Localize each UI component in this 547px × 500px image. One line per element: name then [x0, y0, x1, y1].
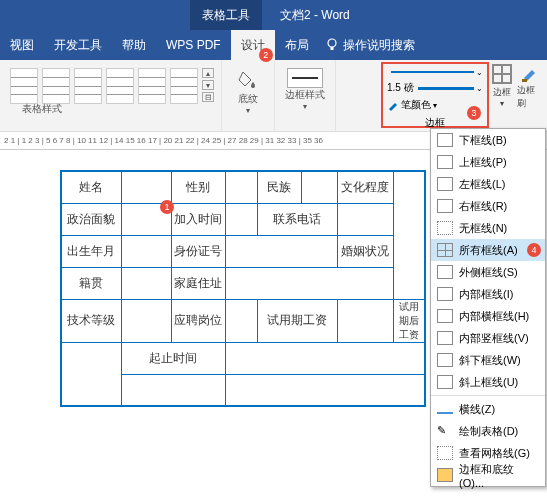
table-row: 出生年月 身份证号 婚姻状况 — [61, 235, 425, 267]
cell[interactable] — [337, 299, 393, 342]
menu-right-border[interactable]: 右框线(R) — [431, 195, 545, 217]
menu-diag-up[interactable]: 斜上框线(U) — [431, 371, 545, 393]
tab-design[interactable]: 设计 2 — [231, 30, 275, 60]
pen-color-button[interactable]: 笔颜色 ▾ 3 — [383, 96, 487, 114]
cell[interactable]: 家庭住址 — [171, 267, 225, 299]
border-styles-button[interactable]: 边框样式 ▾ — [281, 64, 329, 111]
line-style-selector[interactable]: ⌄ — [383, 64, 487, 80]
menu-no-border[interactable]: 无框线(N) — [431, 217, 545, 239]
cell[interactable] — [301, 171, 337, 203]
style-option[interactable] — [10, 68, 38, 104]
border-bottom-icon — [437, 133, 453, 147]
border-painter-button[interactable]: 边框刷 — [517, 64, 543, 110]
menu-bottom-border[interactable]: 下框线(B) — [431, 129, 545, 151]
style-option[interactable] — [138, 68, 166, 104]
style-option[interactable] — [42, 68, 70, 104]
cell[interactable] — [121, 267, 171, 299]
cell[interactable] — [61, 342, 121, 406]
table-row: 技术等级 应聘岗位 试用期工资 试用期后工资 — [61, 299, 425, 342]
menu-inside-borders[interactable]: 内部框线(I) — [431, 283, 545, 305]
cell[interactable] — [121, 299, 171, 342]
table-row: 政治面貌 加入时间 联系电话 — [61, 203, 425, 235]
ribbon-tabs: 视图 开发工具 帮助 WPS PDF 设计 2 布局 操作说明搜索 — [0, 30, 547, 60]
cell[interactable] — [225, 235, 337, 267]
cell[interactable] — [225, 299, 257, 342]
cell[interactable]: 应聘岗位 — [171, 299, 225, 342]
cell[interactable]: 性别 — [171, 171, 225, 203]
menu-outside-borders[interactable]: 外侧框线(S) — [431, 261, 545, 283]
cell[interactable] — [121, 171, 171, 203]
cell[interactable] — [393, 171, 425, 299]
brush-label: 边框刷 — [517, 84, 543, 110]
cell[interactable]: 姓名 — [61, 171, 121, 203]
cell[interactable]: 联系电话 — [257, 203, 337, 235]
menu-all-borders[interactable]: 所有框线(A) 4 — [431, 239, 545, 261]
cell[interactable]: 婚姻状况 — [337, 235, 393, 267]
cell[interactable]: 籍贯 — [61, 267, 121, 299]
cell[interactable]: 试用期工资 — [257, 299, 337, 342]
lightbulb-icon — [325, 38, 339, 52]
cell[interactable]: 身份证号 — [171, 235, 225, 267]
menu-inside-horiz[interactable]: 内部横框线(H) — [431, 305, 545, 327]
cell[interactable]: 民族 — [257, 171, 301, 203]
separator — [431, 395, 545, 396]
form-table[interactable]: 姓名 性别 民族 文化程度 政治面貌 加入时间 联系电话 出生年月 身份证号 婚… — [60, 170, 426, 407]
style-option[interactable] — [170, 68, 198, 104]
grid-icon — [492, 64, 512, 84]
style-scroll[interactable]: ▴ ▾ ⊟ — [202, 68, 214, 104]
border-diagup-icon — [437, 375, 453, 389]
cell[interactable]: 出生年月 — [61, 235, 121, 267]
cell[interactable]: 政治面貌 — [61, 203, 121, 235]
cell[interactable] — [225, 374, 425, 406]
menu-top-border[interactable]: 上框线(P) — [431, 151, 545, 173]
tab-help[interactable]: 帮助 — [112, 30, 156, 60]
cell[interactable] — [225, 342, 425, 374]
menu-borders-shading[interactable]: 边框和底纹(O)... — [431, 464, 545, 486]
borders-dropdown-button[interactable]: 边框 ▾ — [489, 64, 515, 110]
cell[interactable] — [337, 203, 393, 235]
border-none-icon — [437, 221, 453, 235]
border-diagdown-icon — [437, 353, 453, 367]
line-weight-selector[interactable]: 1.5 磅 ⌄ — [383, 80, 487, 96]
cell[interactable] — [121, 235, 171, 267]
svg-rect-1 — [330, 47, 333, 50]
cell[interactable] — [225, 203, 257, 235]
menu-horizontal-line[interactable]: 横线(Z) — [431, 398, 545, 420]
cell[interactable]: 技术等级 — [61, 299, 121, 342]
document-title: 文档2 - Word — [280, 7, 350, 24]
table-tools-label: 表格工具 — [190, 0, 262, 30]
borders-dropdown-menu: 下框线(B) 上框线(P) 左框线(L) 右框线(R) 无框线(N) 所有框线(… — [430, 128, 546, 487]
cell[interactable] — [121, 374, 225, 406]
shading-label: 底纹 — [238, 92, 258, 106]
border-buttons: 边框 ▾ 边框刷 — [489, 64, 543, 110]
borders-shading-icon — [437, 468, 453, 482]
border-styles-label: 边框样式 — [285, 88, 325, 102]
border-styles-group: 边框样式 ▾ — [275, 60, 336, 131]
cell[interactable]: 试用期后工资 — [393, 299, 425, 342]
tab-layout[interactable]: 布局 — [275, 30, 319, 60]
tab-developer[interactable]: 开发工具 — [44, 30, 112, 60]
menu-inside-vert[interactable]: 内部竖框线(V) — [431, 327, 545, 349]
menu-draw-table[interactable]: ✎绘制表格(D) — [431, 420, 545, 442]
tell-me[interactable]: 操作说明搜索 — [325, 37, 415, 54]
menu-diag-down[interactable]: 斜下框线(W) — [431, 349, 545, 371]
paint-bucket-icon — [237, 68, 259, 90]
pen-icon — [387, 99, 399, 111]
table-row: 姓名 性别 民族 文化程度 — [61, 171, 425, 203]
border-top-icon — [437, 155, 453, 169]
shading-button[interactable]: 底纹 ▾ — [228, 64, 268, 115]
title-bar: 表格工具 文档2 - Word — [0, 0, 547, 30]
cell[interactable] — [225, 171, 257, 203]
style-option[interactable] — [74, 68, 102, 104]
cell[interactable] — [225, 267, 393, 299]
svg-rect-2 — [522, 79, 527, 82]
tab-wps-pdf[interactable]: WPS PDF — [156, 30, 231, 60]
menu-left-border[interactable]: 左框线(L) — [431, 173, 545, 195]
cell[interactable]: 文化程度 — [337, 171, 393, 203]
table-styles-group: ▴ ▾ ⊟ — [0, 60, 222, 131]
border-left-icon — [437, 177, 453, 191]
cell[interactable]: 加入时间 — [171, 203, 225, 235]
tab-view[interactable]: 视图 — [0, 30, 44, 60]
style-option[interactable] — [106, 68, 134, 104]
cell[interactable]: 起止时间 — [121, 342, 225, 374]
